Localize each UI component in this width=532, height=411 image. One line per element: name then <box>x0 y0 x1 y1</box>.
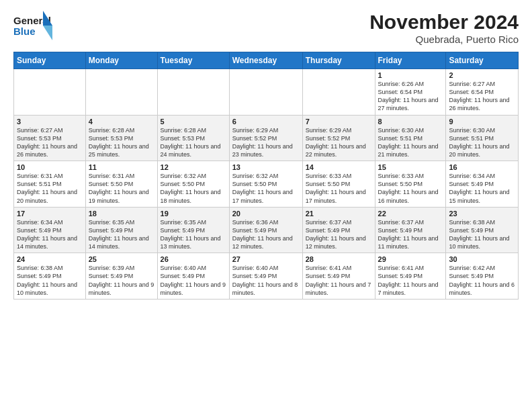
day-info: Sunrise: 6:34 AM Sunset: 5:49 PM Dayligh… <box>17 218 83 251</box>
day-number: 18 <box>89 210 154 218</box>
calendar-cell: 5Sunrise: 6:28 AM Sunset: 5:53 PM Daylig… <box>157 115 229 161</box>
calendar-cell: 8Sunrise: 6:30 AM Sunset: 5:51 PM Daylig… <box>375 115 446 161</box>
svg-marker-2 <box>43 11 52 26</box>
day-header-friday: Friday <box>375 52 446 69</box>
calendar-cell: 17Sunrise: 6:34 AM Sunset: 5:49 PM Dayli… <box>14 207 86 253</box>
calendar-week-1: 1Sunrise: 6:26 AM Sunset: 6:54 PM Daylig… <box>14 69 519 116</box>
day-number: 8 <box>378 118 443 126</box>
day-info: Sunrise: 6:34 AM Sunset: 5:49 PM Dayligh… <box>449 172 515 205</box>
logo-icon: General Blue <box>13 11 52 40</box>
day-info: Sunrise: 6:32 AM Sunset: 5:50 PM Dayligh… <box>161 172 226 205</box>
calendar-cell: 14Sunrise: 6:33 AM Sunset: 5:50 PM Dayli… <box>302 161 375 208</box>
calendar-cell: 19Sunrise: 6:35 AM Sunset: 5:49 PM Dayli… <box>157 207 229 253</box>
day-header-thursday: Thursday <box>302 52 375 69</box>
day-info: Sunrise: 6:28 AM Sunset: 5:53 PM Dayligh… <box>161 126 226 159</box>
day-info: Sunrise: 6:41 AM Sunset: 5:49 PM Dayligh… <box>378 264 443 297</box>
title-block: November 2024 Quebrada, Puerto Rico <box>369 11 519 45</box>
day-number: 17 <box>17 210 83 218</box>
day-number: 23 <box>449 210 515 218</box>
header-row: SundayMondayTuesdayWednesdayThursdayFrid… <box>14 52 519 69</box>
day-number: 2 <box>449 71 515 79</box>
day-number: 9 <box>449 118 515 126</box>
day-number: 15 <box>378 163 443 171</box>
day-number: 20 <box>232 210 300 218</box>
calendar-cell: 3Sunrise: 6:27 AM Sunset: 5:53 PM Daylig… <box>14 115 86 161</box>
day-header-saturday: Saturday <box>446 52 519 69</box>
day-number: 14 <box>306 163 372 171</box>
calendar-cell: 6Sunrise: 6:29 AM Sunset: 5:52 PM Daylig… <box>229 115 302 161</box>
calendar-cell: 21Sunrise: 6:37 AM Sunset: 5:49 PM Dayli… <box>302 207 375 253</box>
location-subtitle: Quebrada, Puerto Rico <box>369 34 519 45</box>
calendar-cell: 24Sunrise: 6:38 AM Sunset: 5:49 PM Dayli… <box>14 253 86 300</box>
day-info: Sunrise: 6:28 AM Sunset: 5:53 PM Dayligh… <box>89 126 154 159</box>
day-number: 1 <box>378 71 443 79</box>
day-info: Sunrise: 6:26 AM Sunset: 6:54 PM Dayligh… <box>378 80 443 113</box>
day-number: 3 <box>17 118 83 126</box>
calendar-week-5: 24Sunrise: 6:38 AM Sunset: 5:49 PM Dayli… <box>14 253 519 300</box>
day-info: Sunrise: 6:33 AM Sunset: 5:50 PM Dayligh… <box>306 172 372 205</box>
calendar-cell: 28Sunrise: 6:41 AM Sunset: 5:49 PM Dayli… <box>302 253 375 300</box>
calendar: SundayMondayTuesdayWednesdayThursdayFrid… <box>13 52 519 300</box>
calendar-week-3: 10Sunrise: 6:31 AM Sunset: 5:51 PM Dayli… <box>14 161 519 208</box>
day-header-sunday: Sunday <box>14 52 86 69</box>
day-info: Sunrise: 6:40 AM Sunset: 5:49 PM Dayligh… <box>232 264 300 297</box>
day-number: 30 <box>449 255 515 263</box>
calendar-cell: 18Sunrise: 6:35 AM Sunset: 5:49 PM Dayli… <box>85 207 157 253</box>
calendar-cell: 27Sunrise: 6:40 AM Sunset: 5:49 PM Dayli… <box>229 253 302 300</box>
day-number: 24 <box>17 255 83 263</box>
day-info: Sunrise: 6:35 AM Sunset: 5:49 PM Dayligh… <box>89 218 154 251</box>
day-info: Sunrise: 6:38 AM Sunset: 5:49 PM Dayligh… <box>449 218 515 251</box>
calendar-header: SundayMondayTuesdayWednesdayThursdayFrid… <box>14 52 519 69</box>
calendar-cell: 16Sunrise: 6:34 AM Sunset: 5:49 PM Dayli… <box>446 161 519 208</box>
calendar-cell: 29Sunrise: 6:41 AM Sunset: 5:49 PM Dayli… <box>375 253 446 300</box>
day-info: Sunrise: 6:35 AM Sunset: 5:49 PM Dayligh… <box>161 218 226 251</box>
day-header-monday: Monday <box>85 52 157 69</box>
calendar-cell <box>157 69 229 116</box>
day-info: Sunrise: 6:32 AM Sunset: 5:50 PM Dayligh… <box>232 172 300 205</box>
day-number: 29 <box>378 255 443 263</box>
day-info: Sunrise: 6:36 AM Sunset: 5:49 PM Dayligh… <box>232 218 300 251</box>
calendar-cell: 9Sunrise: 6:30 AM Sunset: 5:51 PM Daylig… <box>446 115 519 161</box>
day-number: 7 <box>306 118 372 126</box>
day-info: Sunrise: 6:39 AM Sunset: 5:49 PM Dayligh… <box>89 264 154 297</box>
day-info: Sunrise: 6:29 AM Sunset: 5:52 PM Dayligh… <box>232 126 300 159</box>
calendar-cell: 12Sunrise: 6:32 AM Sunset: 5:50 PM Dayli… <box>157 161 229 208</box>
svg-marker-3 <box>43 26 52 40</box>
calendar-week-2: 3Sunrise: 6:27 AM Sunset: 5:53 PM Daylig… <box>14 115 519 161</box>
month-title: November 2024 <box>369 11 519 34</box>
day-number: 6 <box>232 118 300 126</box>
day-info: Sunrise: 6:30 AM Sunset: 5:51 PM Dayligh… <box>449 126 515 159</box>
day-info: Sunrise: 6:37 AM Sunset: 5:49 PM Dayligh… <box>306 218 372 251</box>
day-info: Sunrise: 6:40 AM Sunset: 5:49 PM Dayligh… <box>161 264 226 297</box>
header: General Blue November 2024 Quebrada, Pue… <box>13 11 519 45</box>
day-header-wednesday: Wednesday <box>229 52 302 69</box>
day-info: Sunrise: 6:29 AM Sunset: 5:52 PM Dayligh… <box>306 126 372 159</box>
svg-text:Blue: Blue <box>13 26 36 37</box>
calendar-cell <box>302 69 375 116</box>
day-info: Sunrise: 6:31 AM Sunset: 5:51 PM Dayligh… <box>17 172 83 205</box>
day-number: 21 <box>306 210 372 218</box>
logo: General Blue <box>13 11 52 40</box>
day-info: Sunrise: 6:33 AM Sunset: 5:50 PM Dayligh… <box>378 172 443 205</box>
day-number: 16 <box>449 163 515 171</box>
day-number: 5 <box>161 118 226 126</box>
day-info: Sunrise: 6:41 AM Sunset: 5:49 PM Dayligh… <box>306 264 372 297</box>
day-info: Sunrise: 6:38 AM Sunset: 5:49 PM Dayligh… <box>17 264 83 297</box>
calendar-cell: 23Sunrise: 6:38 AM Sunset: 5:49 PM Dayli… <box>446 207 519 253</box>
day-number: 12 <box>161 163 226 171</box>
calendar-cell: 30Sunrise: 6:42 AM Sunset: 5:49 PM Dayli… <box>446 253 519 300</box>
day-number: 22 <box>378 210 443 218</box>
calendar-week-4: 17Sunrise: 6:34 AM Sunset: 5:49 PM Dayli… <box>14 207 519 253</box>
day-info: Sunrise: 6:42 AM Sunset: 5:49 PM Dayligh… <box>449 264 515 297</box>
day-number: 26 <box>161 255 226 263</box>
day-number: 19 <box>161 210 226 218</box>
day-info: Sunrise: 6:27 AM Sunset: 6:54 PM Dayligh… <box>449 80 515 113</box>
page: General Blue November 2024 Quebrada, Pue… <box>0 0 532 411</box>
calendar-cell: 7Sunrise: 6:29 AM Sunset: 5:52 PM Daylig… <box>302 115 375 161</box>
calendar-cell: 10Sunrise: 6:31 AM Sunset: 5:51 PM Dayli… <box>14 161 86 208</box>
calendar-cell <box>14 69 86 116</box>
day-number: 27 <box>232 255 300 263</box>
day-number: 10 <box>17 163 83 171</box>
day-number: 4 <box>89 118 154 126</box>
calendar-cell <box>85 69 157 116</box>
